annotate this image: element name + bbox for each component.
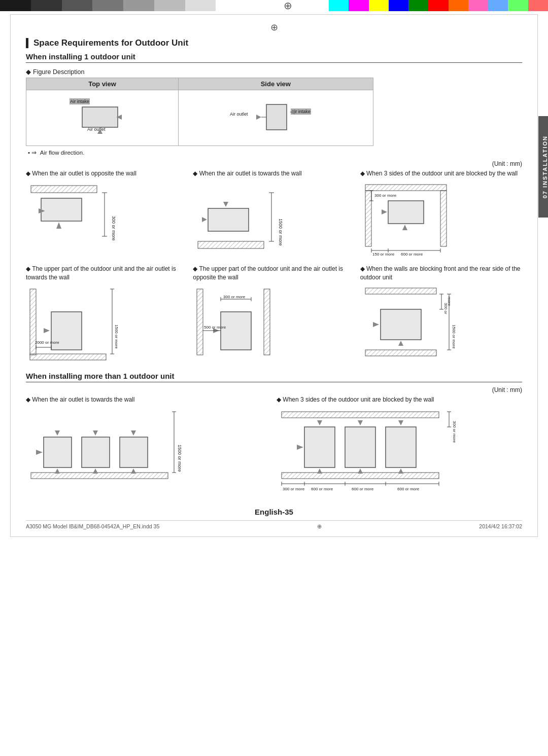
svg-marker-115 [317,469,322,474]
diagram-svg-6: 300 or more 1500 or more [360,284,522,367]
svg-text:Air outlet: Air outlet [230,112,248,117]
diagram-svg-1: 300 or more [26,181,188,258]
svg-text:1500 or more: 1500 or more [177,445,182,472]
svg-marker-39 [382,209,387,214]
svg-marker-28 [202,217,207,222]
diagram-label-1: ◆ When the air outlet is opposite the wa… [26,169,188,178]
svg-rect-2 [82,107,118,127]
diagrams-section2: ◆ When the air outlet is towards the wal… [26,395,522,499]
unit-note-2: (Unit : mm) [26,386,522,393]
svg-marker-98 [55,469,60,474]
svg-rect-77 [365,350,436,356]
diagram-cell-8: ◆ When 3 sides of the outdoor unit are b… [277,395,522,499]
footer: A3050 MG Model IB&IM_DB68-04542A_HP_EN.i… [26,520,522,529]
svg-rect-111 [386,427,416,467]
side-view-header: Side view [179,78,373,90]
diagram-cell-1: ◆ When the air outlet is opposite the wa… [26,169,188,261]
diagram-cell-6: ◆ When the walls are blocking front and … [360,265,522,367]
svg-marker-114 [398,420,403,425]
svg-text:600 or more: 600 or more [352,487,374,491]
svg-marker-96 [93,430,98,436]
svg-text:150 or more: 150 or more [372,252,395,257]
svg-marker-100 [131,469,136,474]
svg-text:600 or more: 600 or more [311,487,333,491]
svg-text:300 or more: 300 or more [111,216,116,241]
diagram-svg-4: 2000 or more 1500 or more [26,284,188,367]
svg-marker-116 [358,469,363,474]
svg-marker-18 [56,222,61,229]
section-title-bar: Space Requirements for Outdoor Unit [26,38,522,48]
svg-marker-27 [223,202,228,207]
diagram-label-5: ◆ The upper part of the outdoor unit and… [193,265,355,282]
svg-marker-80 [398,341,403,346]
svg-text:1500 or more: 1500 or more [114,325,119,349]
svg-rect-36 [440,191,447,246]
svg-text:600 or more: 600 or more [401,252,423,257]
svg-rect-26 [208,208,249,231]
subsection1-title: When installing 1 outdoor unit [26,52,522,63]
top-view-diagram: Air intake Air outlet [26,90,179,146]
diagram-cell-5: ◆ The upper part of the outdoor unit and… [193,265,355,367]
svg-rect-16 [31,186,97,193]
diagrams-section1: ◆ When the air outlet is opposite the wa… [26,169,522,367]
svg-rect-65 [197,289,203,355]
diagram-cell-2: ◆ When the air outlet is towards the wal… [193,169,355,261]
diagram-svg-5: 500 or more 300 or more [193,284,355,367]
airflow-note: • ⇒ Air flow direction. [28,149,522,156]
svg-marker-99 [93,469,98,474]
svg-text:Air intake: Air intake [70,99,89,104]
top-view-header: Top view [26,78,179,90]
diagram-svg-7: 1500 or more [26,407,271,489]
svg-text:Air outlet: Air outlet [87,127,106,132]
svg-rect-109 [304,427,335,467]
svg-text:2000 or more: 2000 or more [35,340,59,345]
svg-rect-35 [365,191,371,246]
svg-text:300 or more: 300 or more [283,487,305,491]
svg-text:1500 or more: 1500 or more [278,219,283,246]
svg-rect-92 [44,437,72,467]
diagram-svg-3: 300 or more 150 or more 600 or more [360,181,522,261]
diagram-label-2: ◆ When the air outlet is towards the wal… [193,169,355,178]
svg-marker-95 [55,430,60,436]
svg-marker-9 [256,115,261,120]
svg-marker-118 [297,445,303,450]
footer-right: 2014/4/2 16:37:02 [479,523,522,529]
svg-text:600 or more: 600 or more [397,487,420,491]
side-view-diagram: Air outlet Air intake [179,90,373,146]
subsection2-title: When installing more than 1 outdoor unit [26,372,522,382]
svg-marker-112 [317,420,322,425]
svg-rect-37 [388,201,424,224]
svg-marker-113 [358,420,363,425]
section-title: Space Requirements for Outdoor Unit [33,38,522,48]
svg-rect-78 [381,309,421,340]
svg-rect-93 [82,437,110,467]
footer-left: A3050 MG Model IB&IM_DB68-04542A_HP_EN.i… [26,523,159,529]
page-number: English-35 [26,508,522,516]
svg-rect-11 [266,104,287,130]
svg-rect-52 [30,289,36,355]
diagram-label-8: ◆ When 3 sides of the outdoor unit are b… [277,395,522,404]
svg-marker-101 [36,450,43,455]
svg-rect-76 [365,288,436,294]
reg-mark-bottom: ⊕ [317,523,322,529]
diagram-label-7: ◆ When the air outlet is towards the wal… [26,395,271,404]
svg-rect-34 [365,185,447,191]
reg-mark-top: ⊕ [26,22,522,33]
svg-rect-107 [282,412,439,418]
unit-note: (Unit : mm) [26,160,522,167]
diagram-svg-8: 300 or more 300 or more 600 or more 600 … [277,407,522,499]
svg-marker-38 [402,225,407,230]
svg-rect-91 [31,473,168,479]
diagram-label-4: ◆ The upper part of the outdoor unit and… [26,265,188,282]
svg-marker-97 [131,430,136,436]
svg-rect-110 [345,427,375,467]
diagram-svg-2: 1500 or more [193,181,355,258]
figure-desc-table: Top view Side view Air intake Air outlet [26,78,373,146]
svg-text:300 or more: 300 or more [374,193,397,198]
svg-rect-25 [198,241,264,248]
svg-marker-117 [398,469,403,474]
diagram-cell-4: ◆ The upper part of the outdoor unit and… [26,265,188,367]
svg-rect-17 [41,198,82,221]
figure-description-label: ◆Figure Description [26,68,522,76]
diagram-cell-3: ◆ When 3 sides of the outdoor unit are b… [360,169,522,261]
